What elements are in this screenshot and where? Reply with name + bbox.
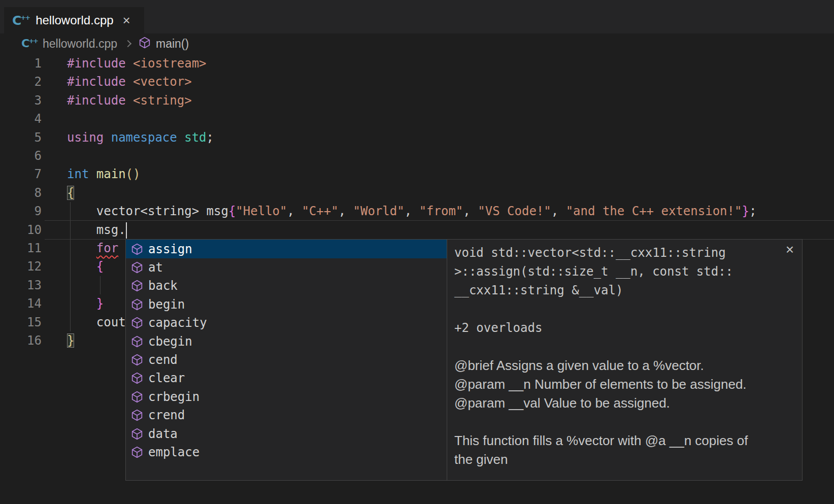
line-number: 11 [0, 239, 42, 258]
code-line: 8{ [0, 184, 834, 203]
breadcrumb: C++ helloworld.cpp main() [0, 33, 834, 54]
code-token: main [96, 167, 126, 181]
code-token: } [67, 333, 74, 348]
suggestion-item-cbegin[interactable]: cbegin [126, 332, 447, 351]
close-icon[interactable]: × [786, 243, 794, 257]
symbol-method-icon [131, 372, 143, 384]
code-token: std [184, 130, 206, 145]
symbol-method-icon [131, 335, 143, 348]
suggestion-item-crbegin[interactable]: crbegin [126, 387, 447, 406]
suggestion-label: crbegin [148, 390, 199, 404]
code-token [67, 315, 96, 329]
suggestion-item-assign[interactable]: assign [126, 240, 447, 258]
suggestion-item-at[interactable]: at [126, 258, 447, 277]
tab-bar: C++ helloworld.cpp × [0, 0, 834, 33]
code-text: #include <string> [67, 91, 192, 110]
suggestion-item-capacity[interactable]: capacity [126, 314, 447, 332]
code-token: #include [67, 56, 126, 71]
code-text: } [67, 294, 104, 313]
code-token: "Hello" [236, 204, 287, 218]
symbol-method-icon [139, 37, 151, 49]
code-token: namespace [111, 130, 177, 145]
code-token: msg. [67, 223, 126, 237]
symbol-method-icon [131, 298, 143, 311]
code-token: "VS Code!" [478, 204, 551, 218]
suggestion-item-data[interactable]: data [126, 424, 447, 443]
vscode-editor-window: C++ helloworld.cpp × C++ helloworld.cpp … [0, 0, 834, 504]
code-token [104, 130, 111, 145]
line-number: 2 [0, 73, 42, 91]
line-number: 13 [0, 276, 42, 295]
code-token: , [287, 204, 302, 218]
docs-line: @param __n Number of elements to be assi… [454, 375, 802, 394]
suggestion-item-back[interactable]: back [126, 277, 447, 295]
code-token: "and the C++ extension!" [566, 204, 742, 218]
cpp-file-icon: C++ [21, 38, 38, 49]
suggestion-list[interactable]: assign at back begin capacity cbegin cen… [126, 240, 447, 480]
line-number: 15 [0, 313, 42, 332]
code-token: () [126, 167, 141, 181]
suggestion-label: cbegin [148, 334, 192, 349]
docs-line [454, 413, 802, 431]
line-number: 16 [0, 331, 42, 350]
suggestion-item-begin[interactable]: begin [126, 295, 447, 314]
code-token [126, 93, 133, 108]
chevron-right-icon [124, 40, 131, 47]
code-line: 3#include <string> [0, 91, 834, 110]
docs-line: __cxx11::string &__val) [454, 281, 802, 300]
docs-line: This function fills a %vector with @a __… [454, 431, 802, 450]
code-token: , [405, 204, 419, 218]
code-token: , [339, 204, 353, 218]
symbol-method-icon [131, 261, 143, 274]
docs-line: the given [454, 450, 802, 469]
tab-label: helloworld.cpp [36, 13, 113, 27]
suggestion-label: emplace [148, 445, 199, 459]
line-number: 5 [0, 128, 42, 147]
tab-helloworld-cpp[interactable]: C++ helloworld.cpp × [4, 7, 144, 33]
code-token: <string> [133, 93, 192, 108]
tab-close-icon[interactable]: × [123, 14, 130, 27]
line-number: 12 [0, 257, 42, 276]
symbol-method-icon [131, 446, 143, 458]
breadcrumb-file[interactable]: helloworld.cpp [43, 37, 117, 51]
code-token: { [228, 204, 236, 218]
code-text: } [67, 331, 74, 350]
suggestion-label: begin [148, 297, 185, 312]
breadcrumb-symbol-icon-slot [139, 37, 151, 51]
code-token: "C++" [302, 204, 338, 218]
suggestion-item-cend[interactable]: cend [126, 350, 447, 369]
suggestion-label: back [148, 279, 178, 293]
code-line: 1#include <iostream> [0, 54, 834, 73]
symbol-method-icon [131, 428, 143, 440]
suggestion-item-clear[interactable]: clear [126, 369, 447, 388]
intellisense-suggest-widget: assign at back begin capacity cbegin cen… [125, 239, 803, 481]
code-token: vector<string> msg [67, 204, 228, 218]
suggestion-docs-panel: × void std::vector<std::__cxx11::string>… [447, 240, 802, 480]
symbol-method-icon [131, 409, 143, 421]
line-number: 8 [0, 184, 42, 203]
symbol-method-icon [131, 280, 143, 292]
docs-line [454, 300, 802, 319]
code-text: using namespace std; [67, 128, 214, 147]
suggestion-label: cend [148, 353, 178, 367]
code-token: { [96, 259, 104, 274]
code-token [177, 130, 184, 145]
code-token: ; [207, 130, 214, 145]
line-number: 3 [0, 91, 42, 110]
symbol-method-icon [131, 317, 143, 329]
code-token: ; [749, 204, 756, 218]
line-number: 14 [0, 294, 42, 313]
breadcrumb-symbol[interactable]: main() [156, 37, 189, 51]
code-text: { [67, 184, 74, 203]
code-text: #include <iostream> [67, 54, 207, 73]
suggestion-item-emplace[interactable]: emplace [126, 443, 447, 461]
code-text: int main() [67, 165, 141, 184]
code-token: "World" [353, 204, 405, 218]
code-token: <iostream> [133, 56, 207, 71]
code-token [89, 167, 96, 181]
suggestion-item-crend[interactable]: crend [126, 406, 447, 425]
code-token: } [742, 204, 749, 218]
code-token: , [551, 204, 566, 218]
suggestion-label: data [148, 427, 178, 441]
docs-line: @brief Assigns a given value to a %vecto… [454, 356, 802, 375]
